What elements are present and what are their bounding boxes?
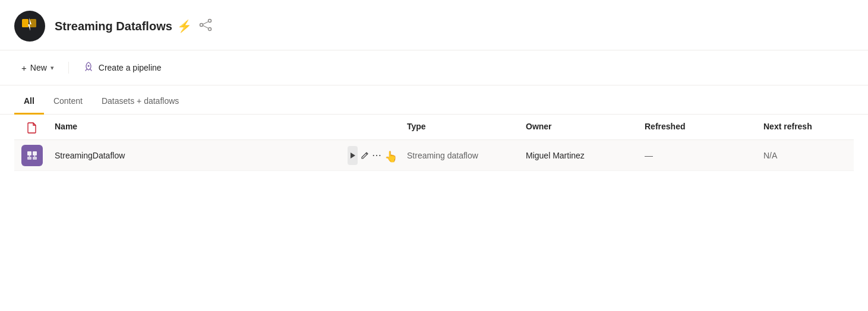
svg-point-4 [208,19,211,22]
table-header: Name Type Owner Refreshed Next refresh [14,115,854,140]
svg-line-7 [203,26,208,28]
col-owner-header: Owner [521,122,640,134]
ellipsis-icon: ⋯ [372,151,382,160]
svg-line-6 [203,21,208,24]
tab-content[interactable]: Content [44,90,92,115]
chevron-down-icon: ▾ [50,64,54,72]
new-button[interactable]: + New ▾ [14,59,61,77]
tab-all[interactable]: All [14,90,44,115]
edit-button[interactable] [360,146,370,165]
col-name-header: Name [50,122,343,134]
svg-rect-9 [27,151,31,156]
svg-point-3 [200,23,203,26]
table-row: StreamingDataflow [14,140,854,171]
more-options-button[interactable]: ⋯ [372,146,382,165]
cursor-indicator: 👆 [384,150,397,163]
tab-datasets-dataflows[interactable]: Datasets + dataflows [92,90,188,115]
svg-rect-0 [22,19,29,27]
row-name-text[interactable]: StreamingDataflow [55,151,125,160]
header-title-group: Streaming Dataflows ⚡ [55,18,212,34]
col-type-header: Type [402,122,521,134]
row-actions: ⋯ 👆 [348,146,397,165]
row-name-cell: StreamingDataflow [50,151,343,160]
pipeline-icon [83,61,94,74]
app-logo [14,11,45,42]
run-button[interactable] [348,146,358,165]
row-owner-cell: Miguel Martinez [521,151,640,160]
svg-marker-15 [351,153,355,158]
row-icon-cell [14,145,50,166]
page-header: Streaming Dataflows ⚡ [0,0,868,50]
row-refreshed-cell: — [640,151,759,160]
svg-point-5 [208,27,211,30]
col-icon [14,122,50,134]
dataflow-icon [21,145,43,166]
col-next-refresh-header: Next refresh [759,122,854,134]
page-title: Streaming Dataflows [55,20,172,33]
toolbar-separator [68,62,69,74]
lightning-icon: ⚡ [177,19,192,33]
create-pipeline-button[interactable]: Create a pipeline [76,58,169,78]
svg-point-8 [87,65,89,67]
row-next-refresh-cell: N/A [759,151,854,160]
content-table: Name Type Owner Refreshed Next refresh [0,115,868,171]
col-actions-header [343,122,402,134]
col-refreshed-header: Refreshed [640,122,759,134]
row-actions-cell: ⋯ 👆 [343,146,402,165]
pipeline-label: Create a pipeline [99,63,162,72]
settings-icon[interactable] [199,18,212,34]
row-type-cell: Streaming dataflow [402,151,521,160]
svg-rect-10 [33,151,37,156]
svg-rect-11 [27,157,31,160]
plus-icon: + [21,63,27,73]
svg-rect-12 [33,157,37,160]
logo-icon [21,15,39,37]
new-label: New [30,63,47,72]
toolbar: + New ▾ Create a pipeline [0,50,868,85]
tabs-bar: All Content Datasets + dataflows [0,90,868,115]
